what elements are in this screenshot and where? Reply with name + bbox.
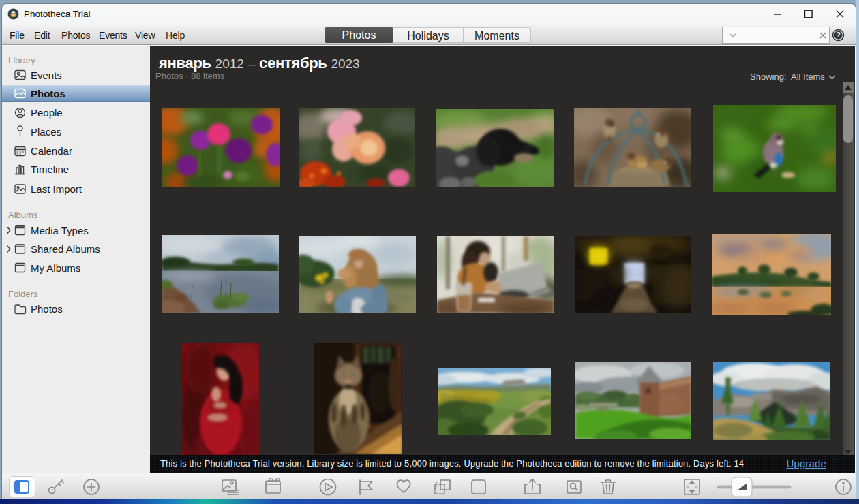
- svg-text:?: ?: [836, 31, 841, 39]
